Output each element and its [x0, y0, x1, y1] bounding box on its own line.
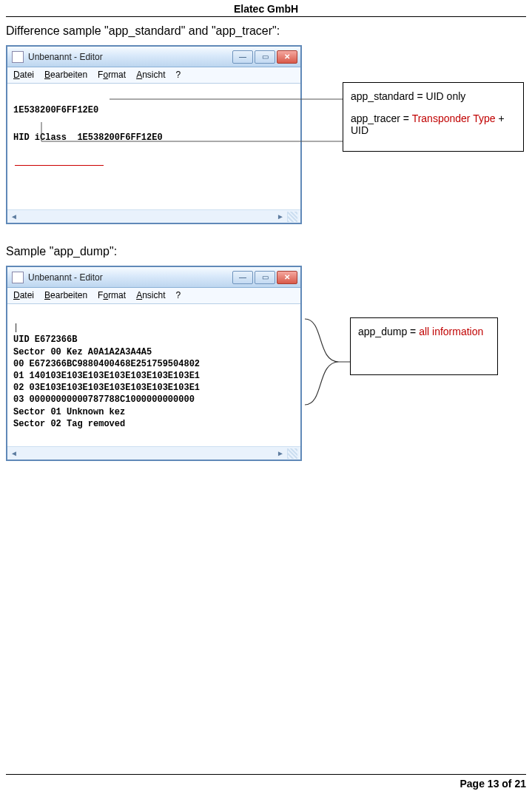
red-text: all information: [419, 326, 483, 337]
text-line: HID iClass 1E538200F6FF12E0: [13, 132, 163, 143]
scroll-left-icon[interactable]: ◄: [10, 449, 19, 457]
app-icon: [12, 272, 24, 283]
red-underline-icon: [15, 165, 104, 166]
callout-line: app_dump = all information: [358, 326, 487, 337]
menu-view[interactable]: Ansicht: [136, 70, 165, 80]
menu-help[interactable]: ?: [176, 290, 181, 300]
section2-heading: Sample "app_dump":: [6, 245, 526, 258]
minimize-button[interactable]: —: [232, 271, 253, 284]
menu-file[interactable]: Datei: [13, 70, 34, 80]
h-scrollbar[interactable]: ◄ ►: [7, 446, 300, 460]
scroll-left-icon[interactable]: ◄: [10, 212, 19, 221]
menu-format[interactable]: Format: [98, 290, 126, 300]
minimize-button[interactable]: —: [232, 50, 253, 64]
callout-line: app_standard = UID only: [351, 90, 513, 102]
text-line: Sector 01 Unknown kez: [13, 407, 125, 417]
page-header: Elatec GmbH: [6, 0, 526, 17]
figure1: Unbenannt - Editor — ▭ ✕ Datei Bearbeite…: [6, 45, 526, 223]
page-number: Page 13 of 21: [460, 778, 527, 790]
callout-1: app_standard = UID only app_tracer = Tra…: [343, 82, 524, 152]
scroll-right-icon[interactable]: ►: [275, 449, 284, 457]
menu-edit[interactable]: Bearbeiten: [44, 290, 87, 300]
menu-help[interactable]: ?: [176, 70, 181, 80]
window-title: Unbenannt - Editor: [28, 52, 232, 62]
notepad-window-1: Unbenannt - Editor — ▭ ✕ Datei Bearbeite…: [6, 45, 302, 224]
menubar: Datei Bearbeiten Format Ansicht ?: [7, 67, 300, 84]
app-label: app_standard: [351, 90, 414, 102]
text-line: 00 E672366BC9880400468E251759504802: [13, 359, 200, 369]
window-title: Unbenannt - Editor: [28, 272, 232, 283]
text-line: 02 03E103E103E103E103E103E103E103E1: [13, 383, 200, 393]
menubar: Datei Bearbeiten Format Ansicht ?: [7, 288, 300, 304]
h-scrollbar[interactable]: ◄ ►: [7, 209, 300, 223]
red-text: Transponder Type: [412, 112, 496, 124]
titlebar: Unbenannt - Editor — ▭ ✕: [7, 267, 300, 288]
close-button[interactable]: ✕: [277, 50, 297, 64]
editor-content-2[interactable]: | UID E672366B Sector 00 Kez A0A1A2A3A4A…: [7, 304, 300, 446]
window-buttons: — ▭ ✕: [232, 271, 297, 284]
callout-line: app_tracer = Transponder Type + UID: [351, 112, 513, 136]
maximize-button[interactable]: ▭: [255, 271, 275, 284]
app-icon: [12, 51, 24, 63]
titlebar: Unbenannt - Editor — ▭ ✕: [7, 47, 300, 67]
page-footer: Page 13 of 21: [6, 774, 526, 790]
callout-2: app_dump = all information: [350, 317, 498, 375]
text-line: 03 00000000000787788C1000000000000: [13, 394, 195, 405]
app-label: app_tracer: [351, 112, 400, 124]
figure2: Unbenannt - Editor — ▭ ✕ Datei Bearbeite…: [6, 266, 526, 458]
text-line: Sector 00 Kez A0A1A2A3A4A5: [13, 347, 152, 357]
notepad-window-2: Unbenannt - Editor — ▭ ✕ Datei Bearbeite…: [6, 266, 302, 461]
section1-heading: Difference sample "app_standard" and "ap…: [6, 24, 526, 38]
scroll-right-icon[interactable]: ►: [275, 212, 284, 221]
window-buttons: — ▭ ✕: [232, 50, 297, 64]
menu-view[interactable]: Ansicht: [136, 290, 165, 300]
app-label: app_dump: [358, 326, 407, 337]
menu-edit[interactable]: Bearbeiten: [44, 70, 87, 80]
text-line: 1E538200F6FF12E0: [13, 105, 98, 115]
text-line: |: [13, 323, 18, 333]
menu-format[interactable]: Format: [98, 70, 126, 80]
menu-file[interactable]: Datei: [13, 290, 34, 300]
resize-grip-icon[interactable]: [287, 212, 297, 222]
text-line: Sector 02 Tag removed: [13, 419, 125, 429]
resize-grip-icon[interactable]: [287, 448, 297, 459]
editor-content-1[interactable]: 1E538200F6FF12E0 HID iClass 1E538200F6FF…: [7, 84, 300, 209]
close-button[interactable]: ✕: [277, 271, 297, 284]
company-name: Elatec GmbH: [234, 3, 298, 15]
text-line: UID E672366B: [13, 334, 77, 345]
maximize-button[interactable]: ▭: [255, 50, 275, 64]
text-line: 01 140103E103E103E103E103E103E103E1: [13, 371, 200, 381]
